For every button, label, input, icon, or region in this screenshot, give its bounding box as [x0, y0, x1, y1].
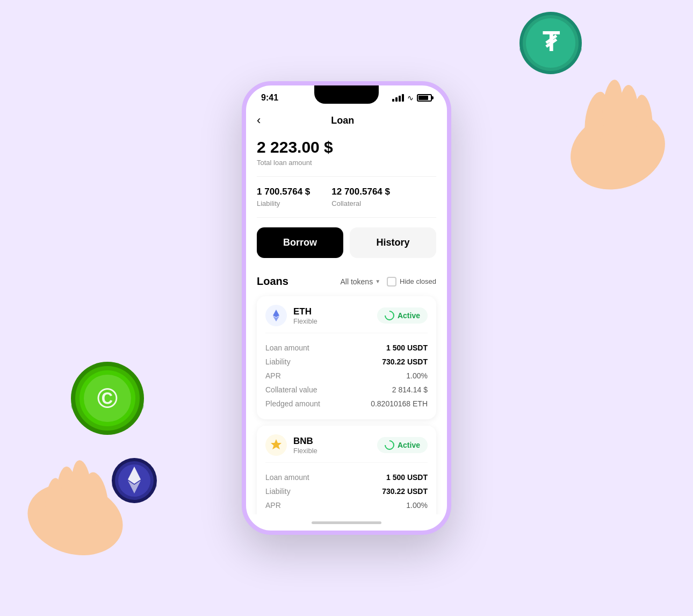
eth-pledged-label: Pledged amount — [265, 399, 320, 408]
borrow-tab[interactable]: Borrow — [257, 227, 343, 258]
token-filter-label: All tokens — [340, 277, 373, 286]
eth-token-type: Flexible — [293, 317, 317, 325]
phone-notch — [314, 85, 379, 104]
page-title: Loan — [265, 115, 420, 126]
bnb-loan-amount-value: 1 500 USDT — [386, 473, 428, 482]
hide-closed-toggle[interactable]: Hide closed — [387, 277, 436, 286]
bnb-token-info: BNB Flexible — [265, 434, 317, 456]
liability-label: Liability — [257, 199, 310, 207]
loans-filters: All tokens ▼ Hide closed — [340, 277, 436, 286]
history-tab[interactable]: History — [350, 227, 436, 258]
eth-apr-value: 1.00% — [406, 371, 428, 380]
bnb-loan-amount-row: Loan amount 1 500 USDT — [265, 470, 428, 484]
status-icons: ∿ — [392, 94, 432, 102]
hide-closed-label: Hide closed — [400, 277, 436, 285]
hand-right — [521, 54, 672, 215]
bnb-token-icon — [265, 434, 287, 456]
liability-stat: 1 700.5764 $ Liability — [257, 187, 310, 207]
eth-collateral-row: Collateral value 2 814.14 $ — [265, 383, 428, 397]
phone: 9:41 ∿ ‹ Loan — [242, 81, 451, 535]
loan-card-eth-header: ETH Flexible Active — [265, 305, 428, 333]
bnb-apr-label: APR — [265, 501, 281, 510]
eth-apr-row: APR 1.00% — [265, 369, 428, 383]
eth-status-icon — [382, 309, 396, 322]
svg-text:₮: ₮ — [543, 28, 560, 56]
eth-liability-row: Liability 730.22 USDT — [265, 355, 428, 369]
bnb-apr-value: 1.00% — [406, 501, 428, 510]
eth-apr-label: APR — [265, 371, 281, 380]
eth-liability-value: 730.22 USDT — [382, 357, 428, 366]
chevron-down-icon: ▼ — [375, 278, 380, 284]
loan-amount-section: 2 223.00 $ Total loan amount — [257, 138, 436, 177]
phone-container: 9:41 ∿ ‹ Loan — [242, 81, 451, 535]
eth-token-name: ETH — [293, 306, 317, 317]
loans-header: Loans All tokens ▼ Hide closed — [257, 268, 436, 296]
collateral-label: Collateral — [331, 199, 390, 207]
bnb-apr-row: APR 1.00% — [265, 498, 428, 512]
battery-icon — [417, 94, 432, 102]
hide-closed-checkbox[interactable] — [387, 277, 396, 286]
main-content: 2 223.00 $ Total loan amount 1 700.5764 … — [246, 138, 447, 514]
phone-inner: 9:41 ∿ ‹ Loan — [246, 85, 447, 531]
bnb-liability-value: 730.22 USDT — [382, 487, 428, 496]
bnb-token-name: BNB — [293, 436, 317, 447]
eth-collateral-label: Collateral value — [265, 385, 317, 394]
eth-loan-amount-label: Loan amount — [265, 343, 309, 352]
bnb-status-badge: Active — [377, 437, 428, 453]
collateral-stat: 12 700.5764 $ Collateral — [331, 187, 390, 207]
eth-status-badge: Active — [377, 307, 428, 324]
bnb-token-details: BNB Flexible — [293, 436, 317, 455]
token-filter[interactable]: All tokens ▼ — [340, 277, 380, 286]
back-button[interactable]: ‹ — [257, 111, 265, 130]
bnb-status-icon — [382, 438, 396, 452]
liability-value: 1 700.5764 $ — [257, 187, 310, 197]
tab-section: Borrow History — [257, 218, 436, 268]
eth-token-details: ETH Flexible — [293, 306, 317, 325]
total-amount-label: Total loan amount — [257, 159, 436, 167]
eth-loan-amount-row: Loan amount 1 500 USDT — [265, 341, 428, 355]
hand-left — [21, 422, 172, 584]
eth-pledged-value: 0.82010168 ETH — [371, 399, 428, 408]
loan-card-bnb-header: BNB Flexible Active — [265, 434, 428, 463]
signal-icon — [392, 94, 404, 102]
app-header: ‹ Loan — [246, 107, 447, 138]
eth-collateral-value: 2 814.14 $ — [392, 385, 428, 394]
svg-text:©: © — [97, 383, 118, 414]
eth-liability-label: Liability — [265, 357, 291, 366]
home-bar — [312, 521, 381, 524]
eth-token-info: ETH Flexible — [265, 305, 317, 326]
svg-marker-34 — [271, 439, 281, 449]
home-indicator — [246, 514, 447, 531]
status-time: 9:41 — [261, 93, 278, 103]
collateral-value: 12 700.5764 $ — [331, 187, 390, 197]
wifi-icon: ∿ — [407, 94, 414, 102]
loan-card-eth[interactable]: ETH Flexible Active Loan amount 1 500 US… — [257, 296, 436, 419]
loans-title: Loans — [257, 275, 288, 288]
loan-card-bnb[interactable]: BNB Flexible Active Loan amount 1 500 US… — [257, 426, 436, 514]
bnb-loan-amount-label: Loan amount — [265, 473, 309, 482]
svg-marker-32 — [273, 310, 279, 317]
eth-loan-amount-value: 1 500 USDT — [386, 343, 428, 352]
bnb-liability-label: Liability — [265, 487, 291, 496]
eth-pledged-row: Pledged amount 0.82010168 ETH — [265, 397, 428, 411]
eth-token-icon — [265, 305, 287, 326]
stats-row: 1 700.5764 $ Liability 12 700.5764 $ Col… — [257, 177, 436, 218]
bnb-status-text: Active — [398, 441, 420, 449]
total-amount-value: 2 223.00 $ — [257, 138, 436, 156]
eth-status-text: Active — [398, 311, 420, 320]
bnb-token-type: Flexible — [293, 447, 317, 455]
bnb-liability-row: Liability 730.22 USDT — [265, 484, 428, 498]
